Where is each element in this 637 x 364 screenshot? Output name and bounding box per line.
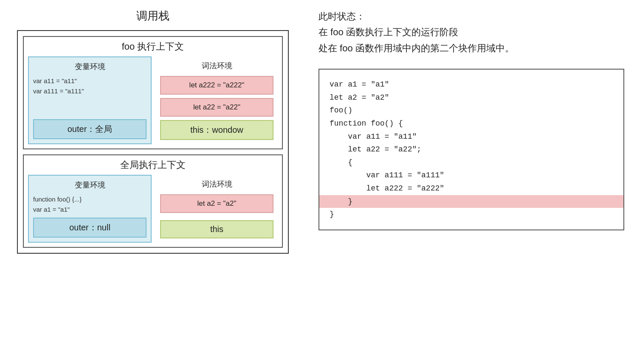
foo-lex-entry-1: let a222 = "a222" [160, 76, 273, 95]
code-block: var a1 = "a1"let a2 = "a2"foo()function … [318, 69, 624, 230]
call-stack-container: foo 执行上下文 变量环境 var a11 = "a11" var a111 … [17, 30, 289, 254]
global-var-env-code: function foo() {...} var a1 = "a1" [33, 194, 147, 218]
call-stack-title: 调用栈 [136, 8, 169, 23]
foo-this-box: this：wondow [160, 120, 273, 140]
code-line: var a11 = "a11" [330, 130, 613, 143]
foo-outer-box: outer：全局 [33, 119, 147, 139]
foo-lex-env-title: 词法环境 [160, 61, 273, 71]
code-line: var a111 = "a111" [330, 169, 613, 182]
global-var-env-title: 变量环境 [33, 180, 147, 190]
global-lex-entry-1: let a2 = "a2" [160, 194, 273, 213]
foo-var-env-title: 变量环境 [33, 62, 147, 72]
global-env-row: 变量环境 function foo() {...} var a1 = "a1" … [24, 175, 282, 247]
foo-context-title: foo 执行上下文 [24, 37, 282, 56]
foo-lex-entry-2: let a22 = "a22" [160, 98, 273, 117]
foo-var-line-2: var a111 = "a111" [33, 86, 147, 96]
code-line: var a1 = "a1" [330, 78, 613, 91]
status-text: 此时状态： 在 foo 函数执行上下文的运行阶段 处在 foo 函数作用域中内的… [318, 8, 624, 56]
code-line: } [330, 208, 613, 221]
code-line: } [319, 195, 623, 208]
global-outer-box: outer：null [33, 218, 147, 238]
code-line: let a22 = "a22"; [330, 143, 613, 156]
code-line: function foo() { [330, 117, 613, 130]
global-var-line-1: function foo() {...} [33, 194, 147, 204]
code-line: foo() [330, 104, 613, 117]
code-line: let a222 = "a222" [330, 182, 613, 195]
code-line: let a2 = "a2" [330, 91, 613, 104]
foo-env-row: 变量环境 var a11 = "a11" var a111 = "a111" o… [24, 56, 282, 148]
status-line-3: 处在 foo 函数作用域中内的第二个块作用域中。 [318, 40, 624, 56]
foo-var-env-code: var a11 = "a11" var a111 = "a111" [33, 76, 147, 119]
code-line: { [330, 156, 613, 169]
global-var-line-2: var a1 = "a1" [33, 204, 147, 215]
foo-exec-context: foo 执行上下文 变量环境 var a11 = "a11" var a111 … [23, 36, 283, 149]
foo-var-line-1: var a11 = "a11" [33, 76, 147, 86]
global-context-title: 全局执行上下文 [24, 155, 282, 175]
right-panel: 此时状态： 在 foo 函数执行上下文的运行阶段 处在 foo 函数作用域中内的… [318, 8, 624, 230]
global-lex-env-title: 词法环境 [160, 179, 273, 189]
global-lex-env: 词法环境 let a2 = "a2" this [156, 175, 278, 243]
status-line-1: 此时状态： [318, 8, 624, 24]
foo-lex-entries: let a222 = "a222" let a22 = "a22" [160, 76, 273, 117]
foo-var-env: 变量环境 var a11 = "a11" var a111 = "a111" o… [28, 56, 152, 144]
left-panel: 调用栈 foo 执行上下文 变量环境 var a11 = "a11" var a… [13, 8, 293, 254]
global-var-env: 变量环境 function foo() {...} var a1 = "a1" … [28, 175, 152, 243]
foo-lex-env: 词法环境 let a222 = "a222" let a22 = "a22" t… [156, 56, 278, 144]
global-this-box: this [160, 220, 273, 238]
status-line-2: 在 foo 函数执行上下文的运行阶段 [318, 24, 624, 40]
global-lex-entries: let a2 = "a2" [160, 194, 273, 217]
global-exec-context: 全局执行上下文 变量环境 function foo() {...} var a1… [23, 154, 283, 248]
